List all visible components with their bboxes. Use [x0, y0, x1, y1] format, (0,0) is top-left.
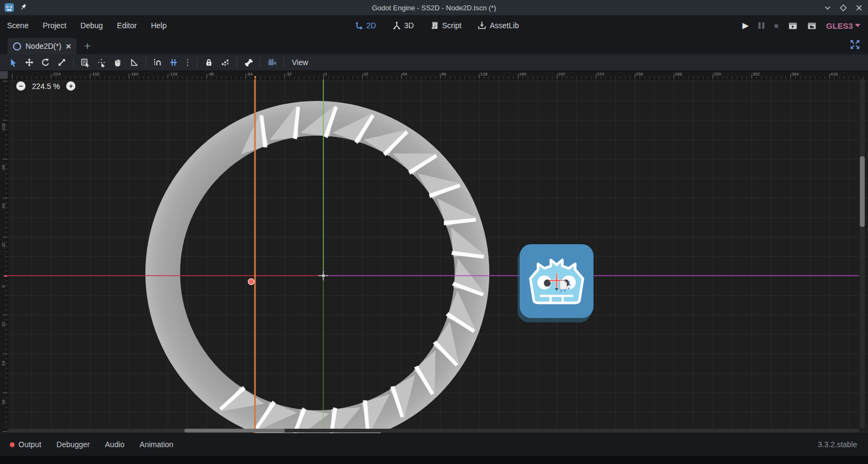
- vertical-scrollbar-thumb[interactable]: [860, 156, 865, 227]
- error-dot-icon: [10, 442, 15, 447]
- close-tab-icon[interactable]: ×: [66, 42, 71, 51]
- bone-icon: [244, 58, 253, 67]
- canvas-toolbar: ⋮: [0, 54, 868, 71]
- node2d-icon: [13, 42, 21, 50]
- play-custom-scene-button[interactable]: [807, 22, 816, 30]
- workspace-switcher: 2D 3D Script: [350, 15, 523, 36]
- snap-options-menu[interactable]: ⋮: [182, 58, 193, 67]
- ss2d-ring-shape[interactable]: [145, 101, 489, 433]
- window-bottom-edge: [0, 456, 868, 464]
- vertical-scrollbar[interactable]: [860, 79, 865, 429]
- toolbar-separator: [73, 58, 74, 67]
- renderer-dropdown[interactable]: GLES3: [826, 21, 860, 30]
- ruler-tick-label: -128: [1, 123, 6, 132]
- ruler-tick-label: 256: [636, 72, 643, 77]
- godot-logo-icon: [4, 3, 14, 12]
- pan-hand-icon: [113, 58, 122, 67]
- horizontal-scrollbar[interactable]: [8, 429, 859, 433]
- 3d-icon: [392, 21, 401, 30]
- scale-tool-button[interactable]: [54, 55, 69, 69]
- add-scene-tab-button[interactable]: +: [84, 40, 91, 53]
- script-label: Script: [442, 21, 462, 30]
- ruler-tick-label: -224: [52, 72, 61, 77]
- minimize-icon[interactable]: [824, 4, 831, 11]
- debugger-panel-button[interactable]: Debugger: [49, 440, 98, 449]
- maximize-icon[interactable]: [840, 4, 847, 11]
- menu-scene[interactable]: Scene: [0, 18, 36, 33]
- ruler-tick-label: 160: [519, 72, 526, 77]
- vertical-ruler[interactable]: -128-96-64-320326496128: [0, 79, 8, 433]
- grid-snap-icon: [169, 58, 178, 67]
- ruler-tick-label: 384: [792, 72, 799, 77]
- playback-controls: ▶ ■ GLES3: [742, 15, 860, 36]
- workspace-3d-button[interactable]: 3D: [388, 19, 418, 32]
- pause-button[interactable]: [758, 22, 764, 29]
- ruler-tick-label: 0: [1, 285, 6, 288]
- close-window-icon[interactable]: [856, 4, 863, 11]
- lock-object-button[interactable]: [201, 55, 216, 69]
- zoom-percent-label[interactable]: 224.5 %: [32, 82, 60, 91]
- zoom-controls: − 224.5 % +: [16, 81, 75, 91]
- ruler-icon: [130, 58, 138, 67]
- animation-panel-button[interactable]: Animation: [132, 440, 181, 449]
- ruler-tick-label: 288: [675, 72, 682, 77]
- canvas-viewport[interactable]: -224-192-160-128-96-64-32032649612816019…: [0, 71, 868, 433]
- horizontal-ruler[interactable]: -224-192-160-128-96-64-32032649612816019…: [0, 71, 868, 79]
- chevron-down-icon: [855, 24, 860, 27]
- scene-layer[interactable]: [0, 71, 868, 433]
- rotate-tool-button[interactable]: [38, 55, 53, 69]
- pin-icon[interactable]: [20, 4, 27, 11]
- scene-tab-node2d[interactable]: Node2D(*) ×: [8, 38, 76, 54]
- horizontal-scrollbar-thumb[interactable]: [184, 429, 285, 433]
- ruler-tick-label: 32: [363, 72, 368, 77]
- zoom-in-button[interactable]: +: [66, 81, 75, 91]
- audio-panel-button[interactable]: Audio: [98, 440, 132, 449]
- distraction-free-icon[interactable]: [850, 39, 860, 50]
- ruler-tick-label: 192: [558, 72, 565, 77]
- pan-tool-button[interactable]: [110, 55, 125, 69]
- ruler-tick-label: 0: [324, 72, 327, 77]
- ruler-tick-label: -64: [1, 204, 6, 210]
- output-panel-button[interactable]: Output: [0, 440, 49, 449]
- axis-ruler-tick: [4, 275, 8, 277]
- toolbar-separator: [145, 58, 146, 67]
- godot-window: Godot Engine - SS2D - Node2D.tscn (*) Sc…: [0, 0, 868, 464]
- menu-project[interactable]: Project: [36, 18, 74, 33]
- override-camera-button[interactable]: [264, 55, 279, 69]
- title-bar[interactable]: Godot Engine - SS2D - Node2D.tscn (*): [0, 0, 868, 15]
- menu-debug[interactable]: Debug: [73, 18, 110, 33]
- zoom-out-button[interactable]: −: [16, 81, 25, 91]
- ruler-tick-label: 64: [403, 72, 407, 77]
- select-tool-button[interactable]: [5, 55, 21, 69]
- toolbar-separator: [283, 58, 284, 67]
- menu-editor[interactable]: Editor: [110, 18, 144, 33]
- skeleton-options-button[interactable]: [241, 55, 256, 69]
- menu-help[interactable]: Help: [144, 18, 174, 33]
- workspace-assetlib-button[interactable]: AssetLib: [474, 19, 524, 32]
- ruler-tick-label: -96: [1, 164, 6, 171]
- stop-button[interactable]: ■: [774, 22, 778, 30]
- play-scene-button[interactable]: [788, 22, 797, 30]
- 2d-label: 2D: [366, 21, 376, 30]
- script-icon: [430, 21, 439, 30]
- ruler-origin-corner[interactable]: [0, 71, 8, 79]
- grid-snap-button[interactable]: [166, 55, 181, 69]
- ruler-tick-label: -96: [208, 72, 214, 77]
- play-button[interactable]: ▶: [742, 21, 749, 30]
- ruler-tick-label: 416: [831, 72, 838, 77]
- ruler-tick-label: -32: [1, 243, 6, 249]
- group-object-button[interactable]: [218, 55, 233, 69]
- ruler-tool-button[interactable]: [126, 55, 142, 69]
- ruler-tick-label: 96: [1, 399, 6, 404]
- toolbar-separator: [237, 58, 237, 67]
- title-bar-left: [4, 0, 27, 15]
- view-menu[interactable]: View: [292, 58, 308, 67]
- smart-snap-button[interactable]: [150, 55, 165, 69]
- workspace-script-button[interactable]: Script: [426, 19, 466, 32]
- move-pivot-button[interactable]: [94, 55, 109, 69]
- ruler-tick-label: 96: [441, 72, 446, 77]
- select-arrow-icon: [9, 58, 18, 67]
- move-tool-button[interactable]: [22, 55, 37, 69]
- workspace-2d-button[interactable]: 2D: [350, 19, 380, 32]
- list-select-button[interactable]: [78, 55, 93, 69]
